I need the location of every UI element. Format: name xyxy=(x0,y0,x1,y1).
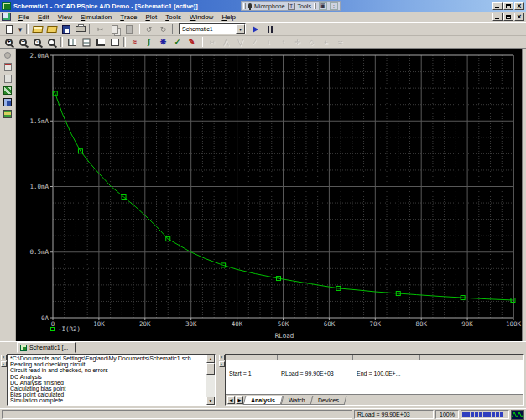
tab-scroll-left-icon[interactable]: ◀ xyxy=(227,396,235,404)
child-restore-button[interactable] xyxy=(503,13,513,21)
bottom-panes: × ▪ *C:\Documents and Settings\England\M… xyxy=(0,353,526,407)
cursor-slope-icon: ∕ xyxy=(254,39,255,46)
document-tab[interactable]: Schematic1 [... xyxy=(17,342,76,353)
analysis-expand-button[interactable]: ▪ xyxy=(219,361,225,367)
cursor-max-button[interactable]: ↑ xyxy=(276,36,290,48)
menu-help[interactable]: Help xyxy=(217,13,239,22)
menu-window[interactable]: Window xyxy=(185,13,217,22)
tab-watch[interactable]: Watch xyxy=(280,396,312,405)
save-button[interactable] xyxy=(59,23,73,35)
child-window-icon[interactable] xyxy=(2,13,11,21)
zoom-out-button[interactable]: − xyxy=(16,36,30,48)
menu-file[interactable]: File xyxy=(14,13,34,22)
language-tools-button[interactable]: Tools xyxy=(298,3,311,9)
menu-plot[interactable]: Plot xyxy=(141,13,161,22)
microphone-button[interactable]: Microphone xyxy=(254,3,285,9)
append-file-button[interactable] xyxy=(44,23,59,35)
view-simulation-queue-button[interactable] xyxy=(3,97,13,107)
output-close-button[interactable]: × xyxy=(1,355,7,360)
combo-dropdown-icon[interactable]: ▾ xyxy=(236,24,245,34)
language-help-button[interactable]: ▣ xyxy=(319,2,327,10)
zoom-fit-button[interactable] xyxy=(44,36,59,48)
cursor-next-button[interactable]: ± xyxy=(319,36,333,48)
toggle-cursor-button[interactable]: ∺ xyxy=(205,36,219,48)
minimize-button[interactable] xyxy=(492,2,503,10)
scroll-thumb[interactable] xyxy=(206,363,215,375)
mark-data-points-button[interactable]: ✓ xyxy=(170,36,185,48)
eval-goal-function-button[interactable]: ∫ xyxy=(142,36,156,48)
zoom-area-button[interactable]: ▫ xyxy=(30,36,44,48)
menu-trace[interactable]: Trace xyxy=(116,13,141,22)
simulation-profile-combo[interactable]: Schematic1 ▾ xyxy=(179,23,246,34)
svg-text:20K: 20K xyxy=(139,320,151,328)
side-toolbar xyxy=(0,49,16,341)
print-button[interactable] xyxy=(73,23,87,35)
new-file-dropdown[interactable]: ▾ xyxy=(16,23,24,35)
language-minimize-button[interactable]: ꞉ xyxy=(330,2,338,10)
zoom-in-button[interactable]: + xyxy=(2,36,16,48)
child-minimize-button[interactable] xyxy=(492,13,503,21)
microphone-icon xyxy=(248,3,252,8)
open-folder-icon xyxy=(32,26,43,33)
cursor-slope-button[interactable]: ∕ xyxy=(247,36,262,48)
pspice-window: Schematic1 - OrCAD PSpice A/D Demo - [Sc… xyxy=(0,0,526,420)
view-circuit-file-button[interactable] xyxy=(3,62,13,72)
performance-analysis-button[interactable] xyxy=(107,36,122,48)
tab-scroll-right-icon[interactable]: ▶ xyxy=(236,396,243,404)
scroll-up-icon[interactable]: ▲ xyxy=(206,355,215,363)
pause-simulation-button[interactable] xyxy=(263,23,277,35)
scroll-down-icon[interactable]: ▼ xyxy=(206,397,215,405)
trace-legend[interactable]: -I(R2) xyxy=(50,325,81,333)
menu-simulation[interactable]: Simulation xyxy=(76,13,116,22)
child-close-button[interactable]: × xyxy=(514,13,524,21)
log-y-axis-button[interactable] xyxy=(79,36,93,48)
analysis-tab-bar: ◀ ▶ Analysis Watch Devices xyxy=(226,394,523,405)
menu-edit[interactable]: Edit xyxy=(34,13,54,22)
add-trace-button[interactable]: ≈ xyxy=(128,36,142,48)
tab-devices[interactable]: Devices xyxy=(310,396,347,405)
fft-button[interactable] xyxy=(93,36,107,48)
output-expand-button[interactable]: ▪ xyxy=(1,361,7,367)
restore-button[interactable] xyxy=(503,2,513,10)
sim-status-icon xyxy=(4,52,11,59)
copy-icon xyxy=(112,25,118,34)
cursor-min-button[interactable]: ↓ xyxy=(262,36,276,48)
print-icon xyxy=(76,26,86,32)
tab-analysis[interactable]: Analysis xyxy=(243,396,284,405)
copy-button[interactable] xyxy=(107,23,122,35)
cut-button[interactable]: ✂ xyxy=(93,23,107,35)
open-file-button[interactable] xyxy=(30,23,44,35)
close-button[interactable]: × xyxy=(514,2,524,10)
view-simulation-messages-button[interactable] xyxy=(3,109,13,119)
undo-button[interactable]: ↺ xyxy=(142,23,156,35)
run-simulation-button[interactable] xyxy=(248,23,263,35)
cursor-peak-button[interactable]: ⋀ xyxy=(219,36,233,48)
cursor-peak-icon: ⋀ xyxy=(223,39,229,46)
redo-button[interactable]: ↻ xyxy=(156,23,170,35)
simulation-results-icon xyxy=(3,86,12,95)
cursor-point-button[interactable]: ✛ xyxy=(290,36,305,48)
cursor-trough-icon: ⋁ xyxy=(237,39,243,46)
cursor-search-button[interactable]: ◇ xyxy=(305,36,319,48)
log-x-axis-button[interactable] xyxy=(65,36,79,48)
main-area: 010K20K30K40K50K60K70K80K90K100K0A0.5mA1… xyxy=(0,49,526,341)
menu-tools[interactable]: Tools xyxy=(161,13,185,22)
text-label-button[interactable]: ❋ xyxy=(156,36,170,48)
output-scrollbar[interactable]: ▲ ▼ xyxy=(206,355,215,405)
new-file-button[interactable] xyxy=(2,23,16,35)
analysis-close-button[interactable]: × xyxy=(219,355,225,360)
status-progress-bar xyxy=(461,410,509,419)
paste-button[interactable] xyxy=(122,23,136,35)
menu-bar: File Edit View Simulation Trace Plot Too… xyxy=(0,12,526,23)
sim-status-button[interactable] xyxy=(3,50,13,60)
menu-view[interactable]: View xyxy=(54,13,76,22)
x-axis-title: RLoad xyxy=(234,332,335,340)
insert-plot-button[interactable]: ✎ xyxy=(185,36,199,48)
cursor-trough-button[interactable]: ⋁ xyxy=(233,36,247,48)
language-bar-grip[interactable] xyxy=(243,3,246,9)
view-simulation-results-button[interactable] xyxy=(3,86,13,96)
simulation-messages-icon xyxy=(3,110,12,118)
view-output-file-button[interactable] xyxy=(3,74,13,84)
mark-label-button[interactable]: ≍ xyxy=(333,36,347,48)
output-line: DC Analysis finished xyxy=(10,380,206,386)
